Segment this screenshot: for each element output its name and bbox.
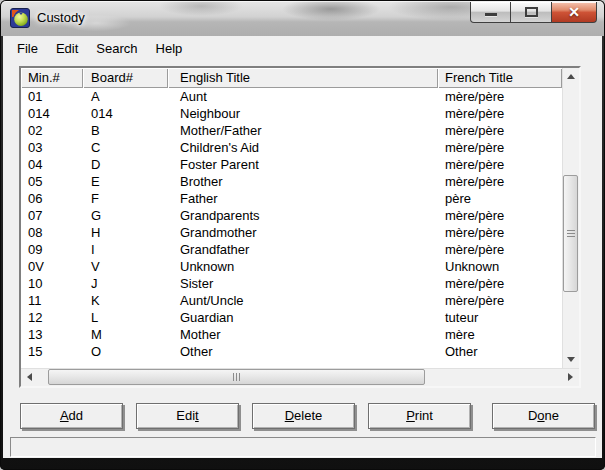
table-cell: mère/père: [438, 105, 562, 122]
scroll-up-button[interactable]: [562, 68, 579, 85]
table-cell: 13: [21, 326, 83, 343]
maximize-icon: [525, 7, 538, 17]
table-cell: 07: [21, 207, 83, 224]
table-cell: mère/père: [438, 241, 562, 258]
table-row[interactable]: 13MMothermère: [21, 326, 562, 343]
table-cell: mère/père: [438, 156, 562, 173]
table-row[interactable]: 08HGrandmothermère/père: [21, 224, 562, 241]
table-row[interactable]: 15OOtherOther: [21, 343, 562, 360]
delete-button[interactable]: Delete: [252, 403, 355, 429]
minimize-button[interactable]: [470, 2, 511, 23]
table-cell: Neighbour: [168, 105, 438, 122]
table-cell: O: [83, 343, 168, 360]
table-cell: Other: [168, 343, 438, 360]
table-cell: mère/père: [438, 88, 562, 105]
table-cell: G: [83, 207, 168, 224]
window: Custody ✕ File Edit Search Help Min.# Bo…: [0, 0, 605, 470]
table-cell: mère/père: [438, 139, 562, 156]
right-arrow-icon: [568, 373, 573, 381]
table-cell: Foster Parent: [168, 156, 438, 173]
table-cell: 12: [21, 309, 83, 326]
table-cell: mère/père: [438, 292, 562, 309]
table-cell: Grandmother: [168, 224, 438, 241]
horizontal-scrollbar-thumb[interactable]: [48, 369, 425, 385]
client-area: File Edit Search Help Min.# Board# Engli…: [3, 36, 602, 458]
table-cell: J: [83, 275, 168, 292]
table-row[interactable]: 014014Neighbourmère/père: [21, 105, 562, 122]
table-cell: I: [83, 241, 168, 258]
column-header-min-number[interactable]: Min.#: [21, 68, 83, 88]
maximize-button[interactable]: [511, 2, 552, 23]
grip-icon: [236, 373, 237, 381]
table-cell: mère/père: [438, 207, 562, 224]
table-cell: mère: [438, 326, 562, 343]
table-row[interactable]: 0VVUnknownUnknown: [21, 258, 562, 275]
table-cell: V: [83, 258, 168, 275]
table-cell: Unknown: [168, 258, 438, 275]
menu-item-help[interactable]: Help: [147, 36, 192, 62]
table-row[interactable]: 02BMother/Fathermère/père: [21, 122, 562, 139]
horizontal-scrollbar[interactable]: [21, 368, 579, 386]
table-row[interactable]: 05EBrothermère/père: [21, 173, 562, 190]
table-cell: F: [83, 190, 168, 207]
vertical-scrollbar[interactable]: [562, 68, 579, 368]
column-header-english-title[interactable]: English Title: [168, 68, 438, 88]
table-cell: 05: [21, 173, 83, 190]
table-cell: 08: [21, 224, 83, 241]
table-row[interactable]: 06FFatherpère: [21, 190, 562, 207]
table-cell: mère/père: [438, 122, 562, 139]
column-header-french-title[interactable]: French Title: [438, 68, 562, 88]
table-row[interactable]: 09IGrandfathermère/père: [21, 241, 562, 258]
minimize-icon: [485, 13, 497, 16]
table-cell: Other: [438, 343, 562, 360]
scroll-left-button[interactable]: [21, 368, 38, 386]
add-button[interactable]: Add: [20, 403, 123, 429]
table-row[interactable]: 11KAunt/Unclemère/père: [21, 292, 562, 309]
table-cell: mère/père: [438, 173, 562, 190]
table-row[interactable]: 10JSistermère/père: [21, 275, 562, 292]
window-title: Custody: [37, 1, 85, 36]
done-button[interactable]: Done: [492, 403, 595, 429]
table-row[interactable]: 04DFoster Parentmère/père: [21, 156, 562, 173]
print-button[interactable]: Print: [368, 403, 471, 429]
table-cell: 02: [21, 122, 83, 139]
table-cell: Unknown: [438, 258, 562, 275]
edit-button[interactable]: Edit: [136, 403, 239, 429]
table-row[interactable]: 07GGrandparentsmère/père: [21, 207, 562, 224]
scroll-right-button[interactable]: [562, 368, 579, 386]
table-cell: Mother/Father: [168, 122, 438, 139]
table-cell: L: [83, 309, 168, 326]
status-bar: [10, 437, 596, 457]
table-cell: Grandfather: [168, 241, 438, 258]
column-header-board-number[interactable]: Board#: [83, 68, 168, 88]
close-button[interactable]: ✕: [552, 2, 597, 23]
menu-item-search[interactable]: Search: [87, 36, 146, 62]
table-cell: mère/père: [438, 275, 562, 292]
left-arrow-icon: [27, 373, 32, 381]
vertical-scrollbar-thumb[interactable]: [563, 175, 578, 292]
green-apple-icon: [10, 8, 30, 28]
down-arrow-icon: [567, 357, 575, 362]
table-row[interactable]: 12LGuardiantuteur: [21, 309, 562, 326]
table-cell: Mother: [168, 326, 438, 343]
table-cell: Sister: [168, 275, 438, 292]
table-cell: K: [83, 292, 168, 309]
close-icon: ✕: [552, 2, 596, 22]
titlebar[interactable]: Custody ✕: [1, 1, 604, 36]
table-row[interactable]: 01AAuntmère/père: [21, 88, 562, 105]
table-cell: E: [83, 173, 168, 190]
table-cell: Father: [168, 190, 438, 207]
table-cell: 15: [21, 343, 83, 360]
table-cell: D: [83, 156, 168, 173]
table-cell: Children's Aid: [168, 139, 438, 156]
table-cell: Grandparents: [168, 207, 438, 224]
menu-item-edit[interactable]: Edit: [47, 36, 87, 62]
table-cell: H: [83, 224, 168, 241]
table-cell: 01: [21, 88, 83, 105]
up-arrow-icon: [567, 74, 575, 79]
scroll-down-button[interactable]: [562, 351, 579, 368]
table-row[interactable]: 03CChildren's Aidmère/père: [21, 139, 562, 156]
menu-item-file[interactable]: File: [8, 36, 47, 62]
table-cell: Aunt: [168, 88, 438, 105]
caption-buttons: ✕: [470, 2, 597, 23]
